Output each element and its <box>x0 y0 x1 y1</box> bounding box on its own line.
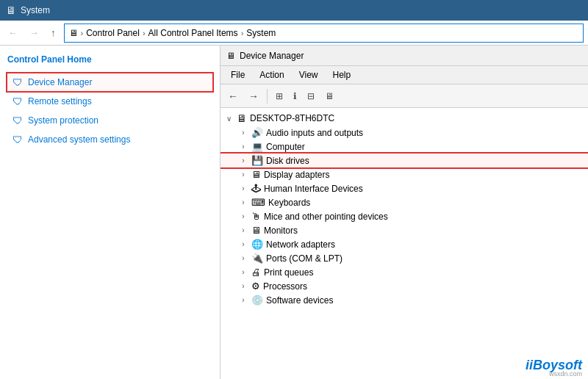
dm-titlebar: 🖥 Device Manager <box>220 46 588 66</box>
menu-action[interactable]: Action <box>252 68 291 82</box>
tree-monitors[interactable]: › 🖥 Monitors <box>220 223 588 237</box>
left-panel: Control Panel Home 🛡 Device Manager 🛡 Re… <box>0 46 220 379</box>
dm-toolbar: ← → ⊞ ℹ ⊟ 🖥 <box>220 84 588 108</box>
ports-icon: 🔌 <box>251 253 263 264</box>
tree-disk-drives[interactable]: › 💾 Disk drives <box>220 154 588 167</box>
monitors-expand-icon: › <box>238 226 248 234</box>
tree-root[interactable]: ∨ 🖥 DESKTOP-8TH6DTC <box>220 111 588 126</box>
sidebar-label-system-protection: System protection <box>28 115 98 126</box>
print-expand-icon: › <box>238 268 248 276</box>
ports-expand-icon: › <box>238 254 248 262</box>
tree-network-adapters[interactable]: › 🌐 Network adapters <box>220 237 588 251</box>
root-label: DESKTOP-8TH6DTC <box>250 113 334 123</box>
audio-icon: 🔊 <box>251 127 263 138</box>
tree-software-devices[interactable]: › 💿 Software devices <box>220 293 588 307</box>
sidebar-label-remote-settings: Remote settings <box>28 96 92 107</box>
network-expand-icon: › <box>238 240 248 248</box>
processors-icon: ⚙ <box>251 281 260 292</box>
address-bar: ← → ↑ 🖥 › Control Panel › All Control Pa… <box>0 21 588 46</box>
sidebar-item-advanced-system-settings[interactable]: 🛡 Advanced system settings <box>7 131 212 148</box>
processors-label: Processors <box>263 281 307 292</box>
mice-icon: 🖱 <box>251 211 261 222</box>
tree-computer[interactable]: › 💻 Computer <box>220 140 588 154</box>
mice-expand-icon: › <box>238 212 248 220</box>
display-expand-icon: › <box>238 170 248 178</box>
tree-processors[interactable]: › ⚙ Processors <box>220 279 588 293</box>
control-panel-home[interactable]: Control Panel Home <box>7 54 212 65</box>
software-icon: 💿 <box>251 295 263 306</box>
network-label: Network adapters <box>266 239 335 250</box>
title-bar-icon: 🖥 <box>6 4 16 16</box>
tree-keyboards[interactable]: › ⌨ Keyboards <box>220 195 588 209</box>
path-icon: 🖥 <box>69 28 78 38</box>
dm-menubar: File Action View Help <box>220 66 588 84</box>
tree-audio[interactable]: › 🔊 Audio inputs and outputs <box>220 126 588 140</box>
ports-label: Ports (COM & LPT) <box>266 253 343 264</box>
up-button[interactable]: ↑ <box>47 25 60 40</box>
sidebar-item-remote-settings[interactable]: 🛡 Remote settings <box>7 93 212 110</box>
wsxdn-label: wsxdn.com <box>549 370 582 378</box>
display-label: Display adapters <box>264 170 329 180</box>
shield-icon-device-manager: 🛡 <box>12 76 24 88</box>
menu-file[interactable]: File <box>223 68 252 82</box>
hid-label: Human Interface Devices <box>264 184 363 194</box>
path-system[interactable]: System <box>246 28 276 38</box>
hid-icon: 🕹 <box>251 183 261 194</box>
dm-title-icon: 🖥 <box>226 51 235 61</box>
back-button[interactable]: ← <box>4 25 21 40</box>
print-label: Print queues <box>264 267 313 278</box>
toolbar-forward-btn[interactable]: → <box>244 88 263 104</box>
disk-icon: 💾 <box>251 155 263 166</box>
audio-label: Audio inputs and outputs <box>266 128 363 138</box>
computer-expand-icon: › <box>238 142 248 151</box>
sidebar-item-system-protection[interactable]: 🛡 System protection <box>7 112 212 129</box>
processors-expand-icon: › <box>238 282 248 290</box>
menu-help[interactable]: Help <box>326 68 359 82</box>
forward-button[interactable]: → <box>26 25 43 40</box>
shield-icon-advanced: 🛡 <box>12 134 24 145</box>
main-layout: Control Panel Home 🛡 Device Manager 🛡 Re… <box>0 46 588 379</box>
print-icon: 🖨 <box>251 267 261 278</box>
shield-icon-remote-settings: 🛡 <box>12 95 24 107</box>
tree-ports[interactable]: › 🔌 Ports (COM & LPT) <box>220 251 588 265</box>
title-bar: 🖥 System <box>0 0 588 21</box>
shield-icon-system-protection: 🛡 <box>12 115 24 126</box>
mice-label: Mice and other pointing devices <box>264 212 388 222</box>
hid-expand-icon: › <box>238 184 248 192</box>
software-expand-icon: › <box>238 296 248 304</box>
network-icon: 🌐 <box>251 239 263 250</box>
device-tree: ∨ 🖥 DESKTOP-8TH6DTC › 🔊 Audio inputs and… <box>220 108 588 379</box>
toolbar-back-btn[interactable]: ← <box>223 88 243 104</box>
computer-icon: 💻 <box>251 141 263 152</box>
toolbar-sep-1 <box>267 89 268 104</box>
menu-view[interactable]: View <box>292 68 326 82</box>
path-control-panel[interactable]: Control Panel <box>86 28 140 38</box>
monitors-icon: 🖥 <box>251 225 261 236</box>
tree-hid[interactable]: › 🕹 Human Interface Devices <box>220 181 588 195</box>
sidebar-item-device-manager[interactable]: 🛡 Device Manager <box>7 73 212 91</box>
keyboards-icon: ⌨ <box>251 197 265 208</box>
path-all-items[interactable]: All Control Panel Items <box>148 28 238 38</box>
dm-title-text: Device Manager <box>240 51 304 61</box>
toolbar-computer-btn[interactable]: ⊞ <box>271 89 287 104</box>
computer-label: Computer <box>266 142 305 152</box>
tree-print-queues[interactable]: › 🖨 Print queues <box>220 265 588 279</box>
tree-mice[interactable]: › 🖱 Mice and other pointing devices <box>220 209 588 223</box>
root-expand-icon: ∨ <box>223 115 234 123</box>
toolbar-monitor-btn[interactable]: 🖥 <box>320 89 338 104</box>
disk-label: Disk drives <box>266 156 309 166</box>
tree-display-adapters[interactable]: › 🖥 Display adapters <box>220 167 588 181</box>
keyboards-expand-icon: › <box>238 198 248 206</box>
keyboards-label: Keyboards <box>268 198 310 208</box>
display-icon: 🖥 <box>251 169 261 180</box>
software-label: Software devices <box>266 295 333 306</box>
toolbar-minus-btn[interactable]: ⊟ <box>303 89 319 104</box>
disk-expand-icon: › <box>238 156 248 165</box>
root-icon: 🖥 <box>237 112 247 124</box>
device-manager-panel: 🖥 Device Manager File Action View Help ←… <box>220 46 588 379</box>
address-path: 🖥 › Control Panel › All Control Panel It… <box>64 24 584 43</box>
audio-expand-icon: › <box>238 129 248 137</box>
toolbar-info-btn[interactable]: ℹ <box>289 89 301 104</box>
monitors-label: Monitors <box>264 225 298 236</box>
sidebar-label-advanced: Advanced system settings <box>28 134 130 145</box>
